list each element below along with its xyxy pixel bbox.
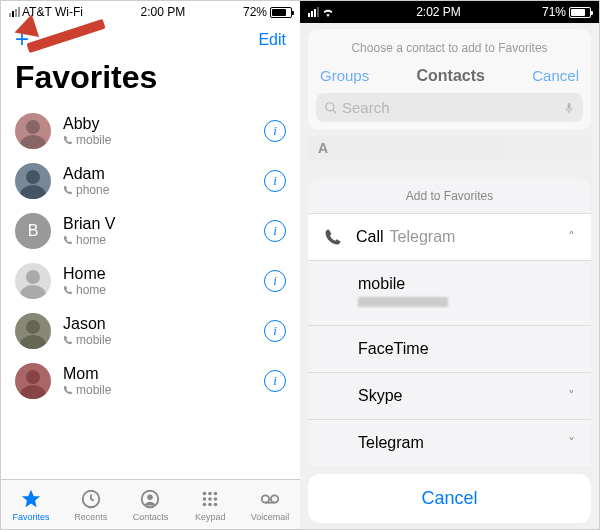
sheet-row-skype[interactable]: Skype ˅ <box>308 372 591 419</box>
svg-point-2 <box>26 170 40 184</box>
favorites-screen: AT&T Wi-Fi 2:00 PM 72% + Edit Favorites … <box>1 1 300 529</box>
svg-point-23 <box>271 495 278 502</box>
list-item[interactable]: B Brian V home i <box>1 206 300 256</box>
tab-voicemail[interactable]: Voicemail <box>240 480 300 529</box>
cancel-button[interactable]: Cancel <box>532 67 579 85</box>
svg-point-14 <box>208 491 212 495</box>
sheet-cancel-button[interactable]: Cancel <box>308 474 591 523</box>
avatar <box>15 363 51 399</box>
contact-picker-modal: Choose a contact to add to Favorites Gro… <box>308 29 591 130</box>
contact-name: Home <box>63 265 264 283</box>
tab-bar: Favorites Recents Contacts Keypad Voicem… <box>1 479 300 529</box>
list-item[interactable]: Abby mobile i <box>1 106 300 156</box>
info-button[interactable]: i <box>264 370 286 392</box>
avatar <box>15 263 51 299</box>
search-placeholder: Search <box>342 99 559 116</box>
chevron-down-icon: ˅ <box>568 388 575 404</box>
battery-icon <box>270 7 292 18</box>
svg-point-5 <box>20 285 46 299</box>
search-input[interactable]: Search <box>316 93 583 122</box>
contact-sub: phone <box>63 183 264 197</box>
chevron-up-icon: ˄ <box>568 229 575 245</box>
contact-sub: mobile <box>63 133 264 147</box>
contact-sub: home <box>63 233 264 247</box>
avatar <box>15 163 51 199</box>
list-item[interactable]: Adam phone i <box>1 156 300 206</box>
svg-point-6 <box>26 320 40 334</box>
battery-icon <box>569 7 591 18</box>
action-sheet: Add to Favorites Call Telegram ˄ mobile … <box>308 179 591 529</box>
nav-bar: + Edit <box>1 23 300 53</box>
handset-icon <box>63 385 73 395</box>
handset-icon <box>63 185 73 195</box>
status-time: 2:00 PM <box>141 5 186 19</box>
tab-contacts[interactable]: Contacts <box>121 480 181 529</box>
handset-icon <box>63 135 73 145</box>
contact-sub: mobile <box>63 383 264 397</box>
avatar <box>15 313 51 349</box>
svg-point-19 <box>203 502 207 506</box>
svg-point-4 <box>26 270 40 284</box>
svg-point-21 <box>214 502 218 506</box>
svg-point-7 <box>20 335 46 349</box>
modal-title: Contacts <box>417 67 485 85</box>
svg-point-1 <box>20 135 46 149</box>
modal-header: Choose a contact to add to Favorites <box>316 37 583 59</box>
list-item[interactable]: Home home i <box>1 256 300 306</box>
battery-percent: 72% <box>243 5 267 19</box>
section-header: A <box>308 136 591 160</box>
contact-sub: mobile <box>63 333 264 347</box>
svg-point-8 <box>26 370 40 384</box>
svg-point-13 <box>203 491 207 495</box>
avatar: B <box>15 213 51 249</box>
handset-icon <box>63 285 73 295</box>
signal-icon <box>9 7 20 17</box>
info-button[interactable]: i <box>264 120 286 142</box>
svg-rect-27 <box>568 103 571 109</box>
handset-icon <box>324 228 342 246</box>
contact-name: Adam <box>63 165 264 183</box>
svg-point-18 <box>214 497 218 501</box>
tab-keypad[interactable]: Keypad <box>180 480 240 529</box>
page-title: Favorites <box>1 53 300 106</box>
svg-line-26 <box>333 109 337 113</box>
handset-icon <box>63 335 73 345</box>
contact-sub: home <box>63 283 264 297</box>
search-icon <box>324 101 338 115</box>
signal-icon <box>308 7 319 17</box>
add-button[interactable]: + <box>15 31 29 49</box>
svg-point-16 <box>203 497 207 501</box>
svg-point-20 <box>208 502 212 506</box>
list-item[interactable]: Jason mobile i <box>1 306 300 356</box>
status-bar: 2:02 PM 71% <box>300 1 599 23</box>
carrier-label: AT&T Wi-Fi <box>22 5 83 19</box>
info-button[interactable]: i <box>264 270 286 292</box>
picker-screen: 2:02 PM 71% Choose a contact to add to F… <box>300 1 599 529</box>
mic-icon[interactable] <box>563 100 575 116</box>
battery-percent: 71% <box>542 5 566 19</box>
edit-button[interactable]: Edit <box>258 31 286 49</box>
avatar <box>15 113 51 149</box>
info-button[interactable]: i <box>264 220 286 242</box>
info-button[interactable]: i <box>264 320 286 342</box>
tab-favorites[interactable]: Favorites <box>1 480 61 529</box>
voicemail-icon <box>259 488 281 510</box>
sheet-row-facetime[interactable]: FaceTime <box>308 325 591 372</box>
status-bar: AT&T Wi-Fi 2:00 PM 72% <box>1 1 300 23</box>
svg-point-9 <box>20 385 46 399</box>
tab-recents[interactable]: Recents <box>61 480 121 529</box>
svg-point-15 <box>214 491 218 495</box>
sheet-row-mobile[interactable]: mobile <box>308 260 591 325</box>
groups-button[interactable]: Groups <box>320 67 369 85</box>
list-item[interactable]: Mom mobile i <box>1 356 300 406</box>
contact-name: Brian V <box>63 215 264 233</box>
svg-point-17 <box>208 497 212 501</box>
svg-point-0 <box>26 120 40 134</box>
sheet-row-call[interactable]: Call Telegram ˄ <box>308 213 591 260</box>
sheet-row-telegram[interactable]: Telegram ˅ <box>308 419 591 466</box>
svg-point-12 <box>148 494 154 500</box>
contact-name: Jason <box>63 315 264 333</box>
wifi-icon <box>321 7 335 17</box>
status-time: 2:02 PM <box>416 5 461 19</box>
info-button[interactable]: i <box>264 170 286 192</box>
